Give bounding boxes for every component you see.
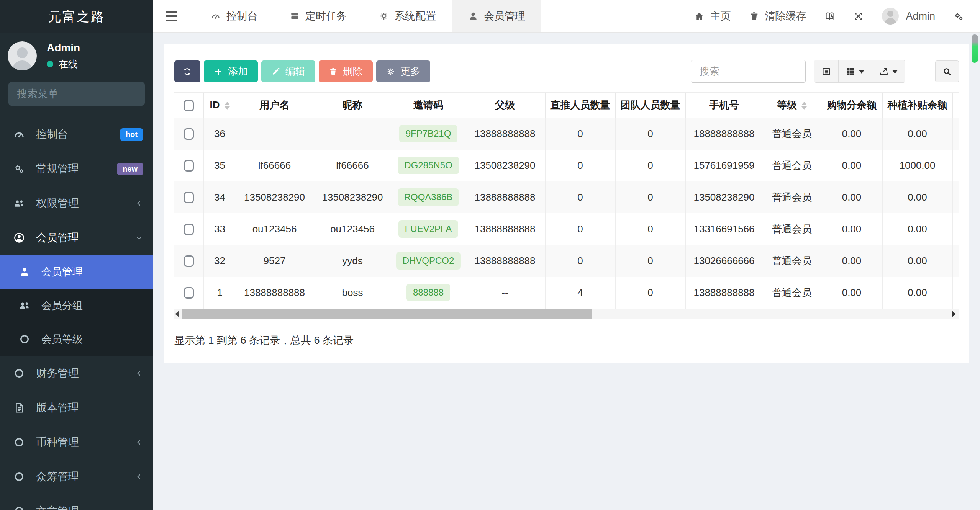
cell-level: 普通会员 <box>763 213 821 245</box>
cell-value: 1000.00 <box>900 160 936 171</box>
add-button[interactable]: 添加 <box>204 60 258 82</box>
cell-phone: 18888888888 <box>685 118 763 150</box>
cell-value: yyds <box>342 255 362 266</box>
cell-direct: 0 <box>545 245 615 277</box>
invite-code-badge: DHVQPCO2 <box>396 252 461 270</box>
sidebar-toggle-button[interactable] <box>158 0 185 32</box>
table-row[interactable]: 341350823829013508238290RQQA386B13888888… <box>174 181 959 213</box>
fullscreen-button[interactable] <box>853 11 864 21</box>
tasks-icon <box>290 11 300 21</box>
cell-value: 0.00 <box>842 128 862 139</box>
user-menu[interactable]: Admin <box>882 8 935 25</box>
table-search-input[interactable] <box>691 60 806 83</box>
table-row[interactable]: 35lf66666lf66666DG285N5O1350823829000157… <box>174 150 959 181</box>
tab-member[interactable]: 会员管理 <box>452 0 541 32</box>
search-button[interactable] <box>935 60 959 82</box>
language-icon-button[interactable] <box>824 11 835 21</box>
vertical-scrollbar-thumb[interactable] <box>972 34 978 63</box>
submenu-item-member-group[interactable]: 会员分组 <box>0 289 153 322</box>
sidebar-item-version[interactable]: 版本管理 <box>0 391 153 425</box>
refresh-button[interactable] <box>174 60 200 82</box>
cell-planting: 0.00 <box>882 245 952 277</box>
cell-value: lf66666 <box>258 160 291 171</box>
menu-search-input[interactable] <box>17 88 152 100</box>
column-label: 用户名 <box>260 99 290 111</box>
search-icon[interactable] <box>152 89 153 99</box>
detail-view-button[interactable] <box>814 60 839 82</box>
cell-shopping: 0.00 <box>821 118 882 150</box>
horizontal-scrollbar[interactable] <box>174 309 959 319</box>
cell-direct: 4 <box>545 277 615 309</box>
sidebar-item-dashboard[interactable]: 控制台hot <box>0 117 153 152</box>
row-checkbox[interactable] <box>184 224 194 235</box>
column-label: 昵称 <box>343 99 362 111</box>
cell-planting: 0.00 <box>882 213 952 245</box>
sidebar-item-article[interactable]: 文章管理 <box>0 494 153 510</box>
circle-icon <box>12 368 26 379</box>
sidebar-item-currency[interactable]: 币种管理 <box>0 425 153 459</box>
delete-button[interactable]: 删除 <box>319 60 373 82</box>
users-icon <box>18 300 31 311</box>
cell-value: 13888888888 <box>474 191 535 203</box>
sidebar-item-general[interactable]: 常规管理new <box>0 152 153 186</box>
row-checkbox[interactable] <box>184 160 194 172</box>
cell-parent: -- <box>465 277 545 309</box>
tab-crontab[interactable]: 定时任务 <box>274 0 363 32</box>
table-row[interactable]: 113888888888boss888888--4013888888888普通会… <box>174 277 959 309</box>
cell-nickname <box>313 118 392 150</box>
row-checkbox[interactable] <box>184 128 194 140</box>
tab-dashboard[interactable]: 控制台 <box>195 0 274 32</box>
cell-value: 0.00 <box>842 223 862 235</box>
cell-invite: RQQA386B <box>392 181 465 213</box>
table-row[interactable]: 369FP7B21Q138888888880018888888888普通会员0.… <box>174 118 959 150</box>
menu-item-label: 会员管理 <box>41 265 83 279</box>
cell-planting: 0.00 <box>882 181 952 213</box>
row-checkbox[interactable] <box>184 255 194 267</box>
columns-button[interactable] <box>839 60 872 82</box>
scroll-right-arrow[interactable] <box>952 311 956 317</box>
scroll-left-arrow[interactable] <box>175 311 179 317</box>
cell-value: 普通会员 <box>772 255 812 266</box>
column-header-parent: 父级 <box>465 93 545 118</box>
menu-item-label: 文章管理 <box>36 504 79 510</box>
tab-config[interactable]: 系统配置 <box>363 0 452 32</box>
row-checkbox[interactable] <box>184 287 194 299</box>
sort-carets-icon[interactable] <box>801 102 807 110</box>
app-logo[interactable]: 元富之路 <box>0 0 153 33</box>
submenu-item-member-list[interactable]: 会员管理 <box>0 255 153 289</box>
cell-value: 9527 <box>264 255 286 266</box>
topbar-tabs: 控制台定时任务系统配置会员管理 <box>195 0 541 32</box>
home-link[interactable]: 主页 <box>694 9 731 23</box>
column-header-invite: 邀请码 <box>392 93 465 118</box>
cell-value: 0 <box>577 255 583 266</box>
topbar: 控制台定时任务系统配置会员管理 主页 清除缓存 Admin <box>153 0 980 33</box>
export-button[interactable] <box>872 60 905 82</box>
row-checkbox[interactable] <box>184 192 194 203</box>
cell-checkbox <box>174 150 203 181</box>
horizontal-scrollbar-thumb[interactable] <box>182 309 592 319</box>
table-row[interactable]: 329527yydsDHVQPCO21388888888800130266666… <box>174 245 959 277</box>
submenu-item-member-level[interactable]: 会员等级 <box>0 322 153 356</box>
column-header-level[interactable]: 等级 <box>763 93 821 118</box>
settings-gears-button[interactable] <box>954 11 964 21</box>
column-label: 手机号 <box>709 99 739 111</box>
cell-value: 13508238290 <box>693 191 754 203</box>
table-row[interactable]: 33ou123456ou123456FUEV2PFA13888888888001… <box>174 213 959 245</box>
sidebar-item-finance[interactable]: 财务管理 <box>0 356 153 391</box>
chevron-down-icon <box>135 234 143 242</box>
more-button[interactable]: 更多 <box>376 60 430 82</box>
gear-icon <box>386 67 395 76</box>
sidebar-item-member[interactable]: 会员管理 <box>0 221 153 255</box>
cell-extra <box>952 213 959 245</box>
sort-carets-icon[interactable] <box>225 102 230 110</box>
edit-button[interactable]: 编辑 <box>261 60 315 82</box>
cell-team: 0 <box>615 277 685 309</box>
column-header-id[interactable]: ID <box>203 93 236 118</box>
select-all-checkbox[interactable] <box>184 100 194 111</box>
clear-cache-button[interactable]: 清除缓存 <box>749 9 806 23</box>
plus-icon <box>214 67 223 76</box>
user-avatar <box>882 8 899 25</box>
sidebar-item-crowdfund[interactable]: 众筹管理 <box>0 459 153 494</box>
sidebar-item-auth[interactable]: 权限管理 <box>0 186 153 221</box>
cell-value: -- <box>501 287 508 298</box>
